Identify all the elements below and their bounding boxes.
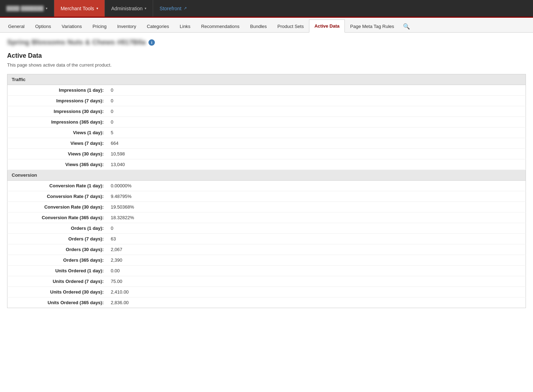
units-ordered-7days-label: Units Ordered (7 days): [7, 276, 107, 287]
views-1day-label: Views (1 day): [7, 127, 107, 138]
views-30days-label: Views (30 days): [7, 149, 107, 159]
table-row: Units Ordered (7 days): 75.00 [7, 276, 526, 287]
table-row: Conversion Rate (30 days): 19.50368% [7, 202, 526, 212]
tab-bundles[interactable]: Bundles [245, 20, 272, 33]
administration-label: Administration [111, 6, 143, 11]
info-icon[interactable]: i [148, 39, 155, 46]
views-365days-value: 13,040 [107, 159, 526, 170]
product-title-row: Spring Blossoms Nuts & Chews #817BIla i [7, 38, 526, 46]
merchant-tools-menu[interactable]: Merchant Tools ▾ [54, 0, 105, 17]
units-ordered-365days-label: Units Ordered (365 days): [7, 297, 107, 308]
table-row: Impressions (30 days): 0 [7, 106, 526, 117]
table-row: Units Ordered (1 day): 0.00 [7, 266, 526, 276]
units-ordered-7days-value: 75.00 [107, 276, 526, 287]
storefront-link[interactable]: Storefront ↗ [153, 0, 193, 17]
table-row: Conversion Rate (365 days): 18.32822% [7, 212, 526, 223]
orders-30days-value: 2,067 [107, 244, 526, 255]
site-selector-chevron: ▾ [46, 6, 47, 10]
table-row: Units Ordered (30 days): 2,410.00 [7, 287, 526, 297]
table-row: Views (365 days): 13,040 [7, 159, 526, 170]
impressions-365days-value: 0 [107, 117, 526, 127]
table-row: Impressions (7 days): 0 [7, 96, 526, 106]
conv-rate-7days-value: 9.48795% [107, 191, 526, 202]
orders-7days-label: Orders (7 days): [7, 234, 107, 244]
storefront-label: Storefront [159, 6, 181, 11]
page-description: This page shows active data of the curre… [7, 62, 526, 68]
merchant-tools-label: Merchant Tools [61, 6, 94, 11]
units-ordered-365days-value: 2,836.00 [107, 297, 526, 308]
page-heading: Active Data [7, 52, 526, 59]
impressions-7days-label: Impressions (7 days): [7, 96, 107, 106]
site-selector[interactable]: ████ ███████ ▾ [0, 0, 54, 17]
tab-recommendations[interactable]: Recommendations [196, 20, 245, 33]
top-navigation: ████ ███████ ▾ Merchant Tools ▾ Administ… [0, 0, 533, 18]
table-row: Orders (1 day): 0 [7, 223, 526, 234]
views-365days-label: Views (365 days): [7, 159, 107, 170]
tab-page-meta-tag-rules[interactable]: Page Meta Tag Rules [345, 20, 399, 33]
impressions-30days-value: 0 [107, 106, 526, 117]
conv-rate-365days-value: 18.32822% [107, 212, 526, 223]
table-row: Orders (365 days): 2,390 [7, 255, 526, 266]
impressions-1day-value: 0 [107, 85, 526, 96]
table-row: Conversion Rate (1 day): 0.00000% [7, 181, 526, 191]
tab-general[interactable]: General [3, 20, 30, 33]
orders-1day-value: 0 [107, 223, 526, 234]
traffic-group-label: Traffic [7, 74, 526, 85]
external-link-icon: ↗ [184, 6, 187, 11]
orders-365days-value: 2,390 [107, 255, 526, 266]
site-selector-text: ████ ███████ [6, 6, 44, 11]
units-ordered-1day-value: 0.00 [107, 266, 526, 276]
views-7days-label: Views (7 days): [7, 138, 107, 149]
administration-menu[interactable]: Administration ▾ [105, 0, 153, 17]
table-row: Orders (7 days): 63 [7, 234, 526, 244]
tab-search-icon[interactable]: 🔍 [399, 20, 414, 33]
conversion-group-header: Conversion [7, 170, 526, 181]
administration-chevron: ▾ [145, 6, 146, 10]
tab-active-data[interactable]: Active Data [309, 19, 345, 33]
impressions-365days-label: Impressions (365 days): [7, 117, 107, 127]
table-row: Units Ordered (365 days): 2,836.00 [7, 297, 526, 308]
table-row: Views (30 days): 10,598 [7, 149, 526, 159]
table-row: Impressions (1 day): 0 [7, 85, 526, 96]
table-row: Views (1 day): 5 [7, 127, 526, 138]
units-ordered-30days-value: 2,410.00 [107, 287, 526, 297]
table-row: Orders (30 days): 2,067 [7, 244, 526, 255]
tab-categories[interactable]: Categories [141, 20, 174, 33]
orders-7days-value: 63 [107, 234, 526, 244]
tabs-bar: General Options Variations Pricing Inven… [0, 18, 533, 33]
tab-variations[interactable]: Variations [56, 20, 87, 33]
conv-rate-1day-value: 0.00000% [107, 181, 526, 191]
conv-rate-30days-label: Conversion Rate (30 days): [7, 202, 107, 212]
tab-options[interactable]: Options [30, 20, 56, 33]
active-data-table: Traffic Impressions (1 day): 0 Impressio… [7, 74, 526, 308]
conversion-group-label: Conversion [7, 170, 526, 181]
units-ordered-30days-label: Units Ordered (30 days): [7, 287, 107, 297]
conv-rate-365days-label: Conversion Rate (365 days): [7, 212, 107, 223]
views-30days-value: 10,598 [107, 149, 526, 159]
units-ordered-1day-label: Units Ordered (1 day): [7, 266, 107, 276]
impressions-7days-value: 0 [107, 96, 526, 106]
tab-product-sets[interactable]: Product Sets [272, 20, 309, 33]
views-1day-value: 5 [107, 127, 526, 138]
merchant-tools-chevron: ▾ [96, 6, 98, 10]
table-row: Impressions (365 days): 0 [7, 117, 526, 127]
orders-1day-label: Orders (1 day): [7, 223, 107, 234]
tab-inventory[interactable]: Inventory [112, 20, 141, 33]
impressions-30days-label: Impressions (30 days): [7, 106, 107, 117]
traffic-group-header: Traffic [7, 74, 526, 85]
tab-links[interactable]: Links [174, 20, 196, 33]
page-content: Spring Blossoms Nuts & Chews #817BIla i … [0, 33, 533, 314]
orders-365days-label: Orders (365 days): [7, 255, 107, 266]
impressions-1day-label: Impressions (1 day): [7, 85, 107, 96]
conv-rate-1day-label: Conversion Rate (1 day): [7, 181, 107, 191]
table-row: Views (7 days): 664 [7, 138, 526, 149]
table-row: Conversion Rate (7 days): 9.48795% [7, 191, 526, 202]
orders-30days-label: Orders (30 days): [7, 244, 107, 255]
views-7days-value: 664 [107, 138, 526, 149]
product-title: Spring Blossoms Nuts & Chews #817BIla [7, 38, 146, 46]
tab-pricing[interactable]: Pricing [87, 20, 112, 33]
conv-rate-7days-label: Conversion Rate (7 days): [7, 191, 107, 202]
conv-rate-30days-value: 19.50368% [107, 202, 526, 212]
